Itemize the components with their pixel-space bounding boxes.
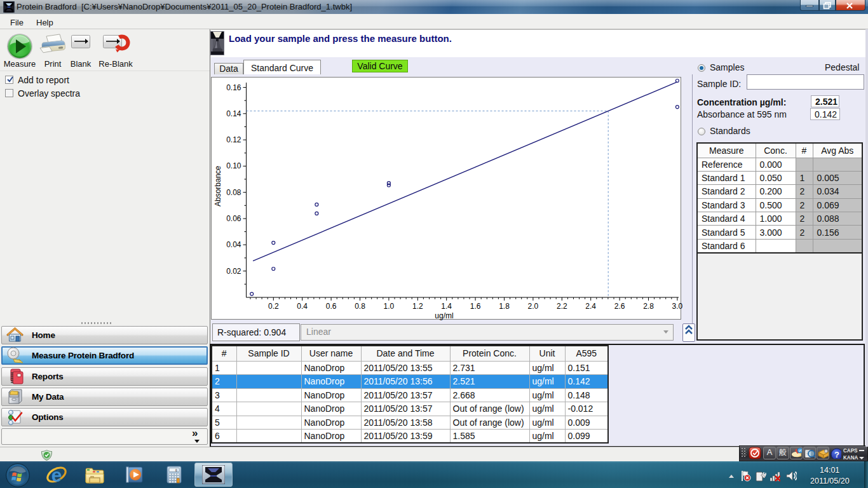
svg-text:0.16: 0.16 [226, 83, 241, 92]
svg-text:Absorbance: Absorbance [214, 166, 222, 207]
svg-text:0.2: 0.2 [268, 302, 279, 311]
svg-text:0.4: 0.4 [297, 302, 308, 311]
svg-text:3.0: 3.0 [672, 302, 683, 311]
svg-text:0.10: 0.10 [226, 161, 241, 170]
svg-text:1.6: 1.6 [470, 302, 481, 311]
svg-text:1.0: 1.0 [384, 302, 395, 311]
svg-text:0: 0 [175, 468, 177, 472]
svg-text:0.12: 0.12 [226, 135, 241, 144]
svg-text:0.8: 0.8 [355, 302, 365, 311]
svg-text:e: e [51, 464, 62, 485]
svg-text:ug/ml: ug/ml [435, 311, 453, 320]
svg-text:0.04: 0.04 [226, 240, 241, 249]
svg-text:1.4: 1.4 [441, 302, 452, 311]
svg-text:1.2: 1.2 [412, 302, 423, 311]
svg-text:?: ? [834, 450, 839, 459]
svg-text:0.14: 0.14 [226, 109, 241, 118]
svg-text:0.02: 0.02 [226, 267, 241, 276]
svg-text:0.6: 0.6 [326, 302, 337, 311]
svg-text:0.06: 0.06 [226, 214, 241, 223]
svg-text:0.08: 0.08 [226, 188, 241, 197]
